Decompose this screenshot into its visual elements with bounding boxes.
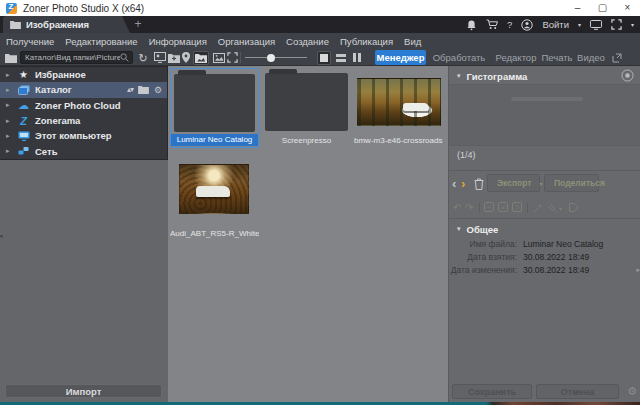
histogram-section-header[interactable]: ▾ Гистограмма [449,69,640,83]
navigation-row: ‹ › Экспорт ▾ Поделиться [449,174,640,194]
help-button[interactable]: ? [507,19,512,30]
undock-icon[interactable] [610,51,623,64]
image-thumbnail-audi[interactable]: Audi_ABT_RS5-R_White_Foli... [170,161,259,241]
info-row-date-taken: Дата взятия: 30.08.2022 18:49 [449,252,640,265]
expand-caret-icon[interactable]: ▸ [6,86,12,94]
add-tag-icon[interactable]: + [484,202,494,212]
folder-up-icon[interactable] [4,51,18,64]
unknown-tag-icon[interactable]: ? [512,202,522,212]
sidebar-item-zonerama[interactable]: ▸ Z Zonerama [0,113,167,128]
magic-wand-icon[interactable] [533,203,543,213]
sidebar-item-zoner-photo-cloud[interactable]: ▸ ☁ Zoner Photo Cloud [0,98,167,113]
histogram-settings-gear-icon[interactable] [621,69,634,82]
general-section-header[interactable]: ▾ Общее [449,222,640,236]
preview-image-icon[interactable] [212,51,225,64]
expand-view-icon[interactable] [226,51,239,64]
menu-item-publish[interactable]: Публикация [340,36,393,47]
sidebar-item-network[interactable]: ▸ Сеть [0,143,167,158]
folder-tree: ▸ ★ Избранное ▸ Каталог ▴▾ ⚙ [0,66,168,160]
menu-item-edit[interactable]: Редактирование [65,36,137,47]
minimize-button[interactable]: – [565,0,590,16]
menu-item-view[interactable]: Вид [404,36,421,47]
refresh-icon[interactable]: ↻ [137,51,149,64]
maximize-button[interactable]: ▢ [590,0,615,16]
view-list-button[interactable] [334,51,347,64]
save-button[interactable]: Сохранить [452,384,532,399]
panel-collapse-icon[interactable]: ▸ [636,266,640,274]
tab-bar: Изображения + ? Войти ▾ ▾ [0,16,640,33]
expand-caret-icon[interactable]: ▸ [6,101,12,109]
search-icon[interactable] [120,53,129,62]
rotate-right-icon[interactable]: ↷ [465,202,473,213]
export-dropdown-caret-icon[interactable]: ▾ [540,180,543,187]
thumbnail-size-slider-knob[interactable] [267,54,275,62]
path-search-box[interactable] [20,51,133,64]
gear-icon[interactable]: ⚙ [154,85,162,95]
login-caret-icon[interactable]: ▾ [578,21,581,28]
new-folder-icon[interactable] [138,85,149,94]
user-avatar-icon[interactable] [521,19,533,31]
image-thumbnail-bmw[interactable]: bmw-m3-e46-crossroads.jpg [354,68,443,148]
menu-item-acquire[interactable]: Получение [6,36,54,47]
sidebar-item-catalog[interactable]: ▸ Каталог ▴▾ ⚙ [0,82,167,97]
info-row-date-modified: Дата изменения: 30.08.2022 18:49 [449,265,640,278]
thumbnail-size-slider[interactable] [245,57,307,58]
sidebar-item-this-computer[interactable]: ▸ Этот компьютер [0,128,167,143]
fullscreen-icon[interactable] [611,19,622,30]
import-button[interactable]: Импорт [5,384,162,398]
mode-manager-button[interactable]: Менеджер [375,50,426,65]
share-button[interactable]: Поделиться [544,174,599,192]
second-display-icon[interactable] [590,20,602,30]
collapse-caret-icon[interactable]: ▾ [457,225,461,233]
sidebar-collapse-icon[interactable]: ◂ [0,232,3,240]
tab-images[interactable]: Изображения [3,16,130,33]
path-input[interactable] [21,53,120,62]
display-capture-icon[interactable] [153,51,166,64]
folder-add-icon[interactable] [167,51,180,64]
geotag-pin-icon[interactable] [181,51,191,64]
expand-caret-icon[interactable]: ▸ [6,71,12,79]
menu-item-organize[interactable]: Организация [218,36,275,47]
tab-images-label: Изображения [26,19,89,30]
selection-counter: (1/4) [457,150,476,160]
toolbar: ↻ Менеджер Обработать [0,49,640,66]
catalog-icon [17,85,30,95]
bucket-dropdown-caret-icon[interactable]: ▾ [559,205,562,212]
menu-item-information[interactable]: Информация [149,36,207,47]
browse-folder-view-icon[interactable] [193,51,209,65]
mode-develop-button[interactable]: Обработать [434,50,484,65]
mode-print-button[interactable]: Печать [542,50,572,65]
cart-icon[interactable] [486,19,498,30]
remove-tag-icon[interactable]: × [498,202,508,212]
trash-icon[interactable] [474,178,484,190]
collapse-caret-icon[interactable]: ▾ [457,72,461,80]
expand-caret-icon[interactable]: ▸ [6,132,12,140]
rotate-left-icon[interactable]: ↶ [453,202,461,213]
notifications-bell-icon[interactable] [466,19,477,31]
mode-video-button[interactable]: Видео [577,50,605,65]
cancel-button[interactable]: Отмена [536,384,619,399]
close-button[interactable]: × [615,0,640,16]
thumbnail-label: Audi_ABT_RS5-R_White_Foli... [170,228,259,240]
sort-icon[interactable]: ▴▾ [127,85,133,94]
view-grid-button[interactable] [317,51,331,65]
export-button[interactable]: Экспорт ▾ [487,174,540,192]
panel-settings-gear-icon[interactable]: ⚙ [627,385,637,398]
view-columns-button[interactable] [350,51,363,64]
expand-caret-icon[interactable]: ▸ [6,117,12,125]
folder-tab-icon [10,20,21,29]
label-tag-icon[interactable] [569,203,579,212]
previous-item-icon[interactable]: ‹ [452,177,456,190]
new-tab-button[interactable]: + [131,17,145,31]
fullscreen-caret-icon[interactable]: ▾ [631,21,634,28]
menu-item-create[interactable]: Создание [286,36,329,47]
expand-caret-icon[interactable]: ▸ [6,147,12,155]
login-button[interactable]: Войти [542,19,569,30]
next-item-icon[interactable]: › [461,177,465,190]
thumbnail-label: bmw-m3-e46-crossroads.jpg [354,135,443,147]
sidebar-item-favorites[interactable]: ▸ ★ Избранное [0,67,167,82]
folder-thumbnail-luminar[interactable]: Luminar Neo Catalog [170,68,259,148]
paint-bucket-icon[interactable] [547,203,557,213]
mode-editor-button[interactable]: Редактор [497,50,535,65]
folder-thumbnail-screenpresso[interactable]: Screenpresso [262,68,351,148]
